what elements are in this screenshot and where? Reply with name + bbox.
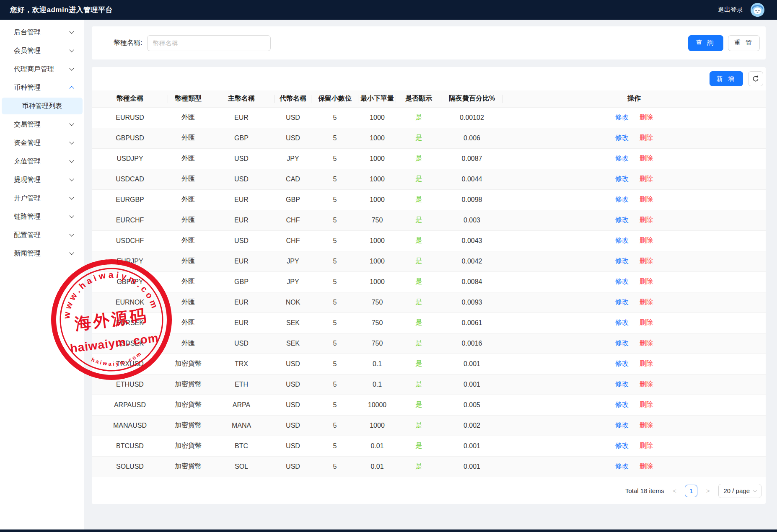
cell-actions: 修改删除 [502,271,766,292]
next-page-button[interactable]: > [702,485,714,497]
edit-link[interactable]: 修改 [615,134,629,141]
edit-link[interactable]: 修改 [615,278,629,285]
col-header-decimals: 保留小數位 [311,90,358,107]
delete-link[interactable]: 删除 [640,298,653,305]
cell-show: 是 [396,354,441,374]
delete-link[interactable]: 删除 [640,442,653,449]
cell-show: 是 [396,312,441,333]
cell-fee: 0.001 [441,374,502,395]
delete-link[interactable]: 删除 [640,462,653,470]
delete-link[interactable]: 删除 [640,319,653,326]
table-row: USDCHF外匯USDCHF51000是0.0043修改删除 [92,230,766,251]
cell-show: 是 [396,210,441,230]
edit-link[interactable]: 修改 [615,339,629,346]
edit-link[interactable]: 修改 [615,380,629,387]
delete-link[interactable]: 删除 [640,421,653,429]
page-number-1[interactable]: 1 [685,485,697,497]
sidebar-item-backend[interactable]: 后台管理 [2,24,83,41]
sidebar-item-config[interactable]: 配置管理 [2,227,83,243]
delete-link[interactable]: 删除 [640,175,653,182]
add-button[interactable]: 新 增 [710,71,743,86]
edit-link[interactable]: 修改 [615,360,629,367]
prev-page-button[interactable]: < [668,485,681,497]
edit-link[interactable]: 修改 [615,257,629,264]
cell-decimals: 5 [311,230,358,251]
delete-link[interactable]: 删除 [640,380,653,387]
cell-name: GBPUSD [92,128,168,148]
delete-link[interactable]: 删除 [640,237,653,244]
chevron-down-icon [69,232,74,236]
cell-actions: 修改删除 [502,456,766,477]
delete-link[interactable]: 删除 [640,196,653,203]
table-row: MANAUSD加密貨幣MANAUSD51000是0.002修改删除 [92,415,766,436]
delete-link[interactable]: 删除 [640,155,653,162]
chevron-down-icon [69,250,74,255]
query-button[interactable]: 查 詢 [688,35,723,51]
cell-min_order: 750 [358,333,396,354]
edit-link[interactable]: 修改 [615,175,629,182]
delete-link[interactable]: 删除 [640,114,653,121]
sidebar-item-withdraw[interactable]: 提现管理 [2,171,83,188]
sidebar-item-members[interactable]: 会员管理 [2,42,83,59]
chevron-down-icon [69,29,74,34]
cell-actions: 修改删除 [502,374,766,395]
cell-quote: CHF [275,210,311,230]
sidebar-item-agents[interactable]: 代理商戶管理 [2,61,83,77]
edit-link[interactable]: 修改 [615,216,629,223]
cell-base: USD [208,333,275,354]
user-avatar[interactable] [751,3,764,17]
sidebar-item-currency[interactable]: 币种管理 [2,79,83,96]
bottom-strip [0,529,777,532]
delete-link[interactable]: 删除 [640,401,653,408]
edit-link[interactable]: 修改 [615,298,629,305]
cell-min_order: 750 [358,210,396,230]
delete-link[interactable]: 删除 [640,339,653,346]
sidebar-item-links[interactable]: 链路管理 [2,208,83,225]
edit-link[interactable]: 修改 [615,196,629,203]
page-size-select[interactable]: 20 / page [718,484,761,498]
delete-link[interactable]: 删除 [640,257,653,264]
top-bar: 您好，欢迎admin进入管理平台 退出登录 [0,0,777,20]
currency-name-input[interactable] [147,35,271,51]
table-row: EURCHF外匯EURCHF5750是0.003修改删除 [92,210,766,230]
edit-link[interactable]: 修改 [615,237,629,244]
admin-app: 您好，欢迎admin进入管理平台 退出登录 后台管理 会员管理 代理商戶管理 币… [0,0,777,532]
chevron-down-icon [69,195,74,199]
delete-link[interactable]: 删除 [640,278,653,285]
sidebar-item-funds[interactable]: 资金管理 [2,134,83,151]
edit-link[interactable]: 修改 [615,442,629,449]
refresh-button[interactable] [748,71,763,86]
chevron-down-icon [69,139,74,144]
cell-type: 外匯 [168,189,208,210]
cell-decimals: 5 [311,415,358,436]
sidebar-item-news[interactable]: 新闻管理 [2,245,83,262]
sidebar-item-currency-list-active[interactable]: 币种管理列表 [2,98,83,114]
cell-type: 外匯 [168,210,208,230]
cell-type: 外匯 [168,312,208,333]
sidebar-item-account-open[interactable]: 开户管理 [2,190,83,207]
table-row: USDCAD外匯USDCAD51000是0.0044修改删除 [92,169,766,189]
edit-link[interactable]: 修改 [615,319,629,326]
table-toolbar: 新 增 [92,67,766,90]
refresh-icon [752,75,759,83]
sidebar-item-trade[interactable]: 交易管理 [2,116,83,133]
delete-link[interactable]: 删除 [640,360,653,367]
sidebar-item-deposit[interactable]: 充值管理 [2,153,83,170]
delete-link[interactable]: 删除 [640,134,653,141]
cell-type: 外匯 [168,271,208,292]
cell-name: USDJPY [92,148,168,169]
edit-link[interactable]: 修改 [615,155,629,162]
edit-link[interactable]: 修改 [615,114,629,121]
edit-link[interactable]: 修改 [615,421,629,429]
delete-link[interactable]: 删除 [640,216,653,223]
cell-decimals: 5 [311,148,358,169]
logout-button[interactable]: 退出登录 [718,6,743,14]
edit-link[interactable]: 修改 [615,401,629,408]
cell-min_order: 1000 [358,230,396,251]
edit-link[interactable]: 修改 [615,462,629,470]
table-row: ARPAUSD加密貨幣ARPAUSD510000是0.005修改删除 [92,395,766,415]
reset-button[interactable]: 重 置 [728,35,760,51]
search-panel: 幣種名稱: 查 詢 重 置 [92,26,766,59]
cell-base: GBP [208,128,275,148]
chevron-down-icon [69,158,74,163]
